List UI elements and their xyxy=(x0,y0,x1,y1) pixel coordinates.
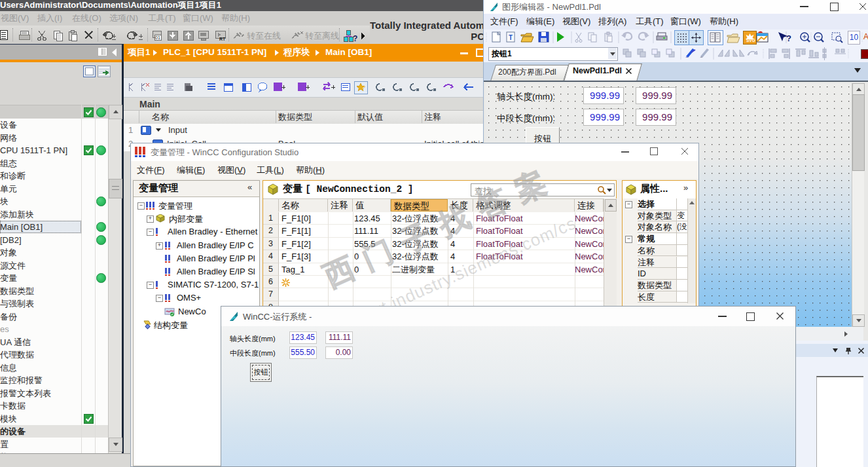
svg-text:01: 01 xyxy=(155,35,160,40)
svg-text:?: ? xyxy=(353,34,357,43)
svg-text:T: T xyxy=(509,34,513,41)
svg-text:?: ? xyxy=(786,33,791,43)
svg-text:SVG: SVG xyxy=(746,38,755,43)
svg-text:RT: RT xyxy=(219,37,226,41)
